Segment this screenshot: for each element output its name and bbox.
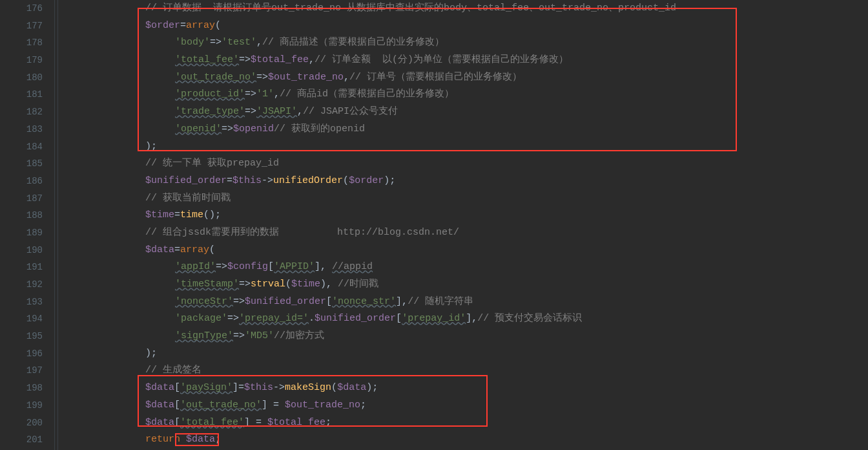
line-number: 191 (0, 259, 43, 276)
code-line: // 订单数据 请根据订单号out_trade_no 从数据库中查出实际的bod… (73, 0, 868, 17)
line-number: 199 (0, 397, 43, 414)
line-number: 195 (0, 328, 43, 345)
code-line: // 生成签名 (73, 362, 868, 380)
code-line: 'total_fee'=>$total_fee,// 订单金额 以(分)为单位（… (73, 52, 868, 69)
code-editor[interactable]: 176 177 178 179 180 181 182 183 184 185 … (0, 0, 868, 450)
code-line: $data['paySign']=$this->makeSign($data); (73, 380, 868, 397)
line-number: 186 (0, 173, 43, 190)
line-number: 180 (0, 69, 43, 87)
code-line: 'out_trade_no'=>$out_trade_no,// 订单号（需要根… (73, 69, 868, 87)
code-line: $data['total_fee'] = $total_fee; (73, 414, 868, 432)
line-number: 193 (0, 294, 43, 311)
line-number: 197 (0, 362, 43, 380)
code-line: $time=time(); (73, 207, 868, 224)
line-number: 181 (0, 86, 43, 103)
line-number: 179 (0, 52, 43, 69)
code-line: 'package'=>'prepay_id='.$unified_order['… (73, 310, 868, 328)
code-line: return $data; (73, 431, 868, 449)
line-number: 196 (0, 345, 43, 363)
code-line: ); (73, 345, 868, 363)
code-line: 'openid'=>$openid// 获取到的openid (73, 121, 868, 138)
line-number: 200 (0, 414, 43, 432)
code-line: 'nonceStr'=>$unified_order['nonce_str'],… (73, 294, 868, 311)
fold-column (55, 0, 64, 450)
code-line: $order=array( (73, 17, 868, 35)
line-number: 190 (0, 242, 43, 259)
code-line: 'timeStamp'=>strval($time), //时间戳 (73, 276, 868, 294)
code-line: // 统一下单 获取prepay_id (73, 155, 868, 173)
line-number: 184 (0, 138, 43, 156)
code-line: 'trade_type'=>'JSAPI',// JSAPI公众号支付 (73, 103, 868, 121)
line-number: 178 (0, 34, 43, 52)
line-number: 182 (0, 103, 43, 121)
line-number: 201 (0, 431, 43, 449)
code-line: 'signType'=>'MD5'//加密方式 (73, 328, 868, 345)
code-area[interactable]: // 订单数据 请根据订单号out_trade_no 从数据库中查出实际的bod… (64, 0, 868, 450)
line-number: 185 (0, 155, 43, 173)
line-number: 187 (0, 190, 43, 208)
line-number: 177 (0, 17, 43, 35)
code-line: // 组合jssdk需要用到的数据 http://blog.csdn.net/ (73, 224, 868, 242)
line-number: 188 (0, 207, 43, 224)
code-line: 'body'=>'test',// 商品描述（需要根据自己的业务修改） (73, 34, 868, 52)
line-number: 194 (0, 310, 43, 328)
line-number: 183 (0, 121, 43, 138)
code-line: 'product_id'=>'1',// 商品id（需要根据自己的业务修改） (73, 86, 868, 103)
line-number: 189 (0, 224, 43, 242)
line-number: 198 (0, 380, 43, 397)
line-number: 192 (0, 276, 43, 294)
code-line: 'appId'=>$config['APPID'], //appid (73, 259, 868, 276)
code-line: $data=array( (73, 242, 868, 259)
code-line: // 获取当前时间戳 (73, 190, 868, 208)
code-line: ); (73, 138, 868, 156)
line-number: 176 (0, 0, 43, 17)
code-line: $data['out_trade_no'] = $out_trade_no; (73, 397, 868, 414)
gutter: 176 177 178 179 180 181 182 183 184 185 … (0, 0, 55, 450)
code-line: $unified_order=$this->unifiedOrder($orde… (73, 173, 868, 190)
